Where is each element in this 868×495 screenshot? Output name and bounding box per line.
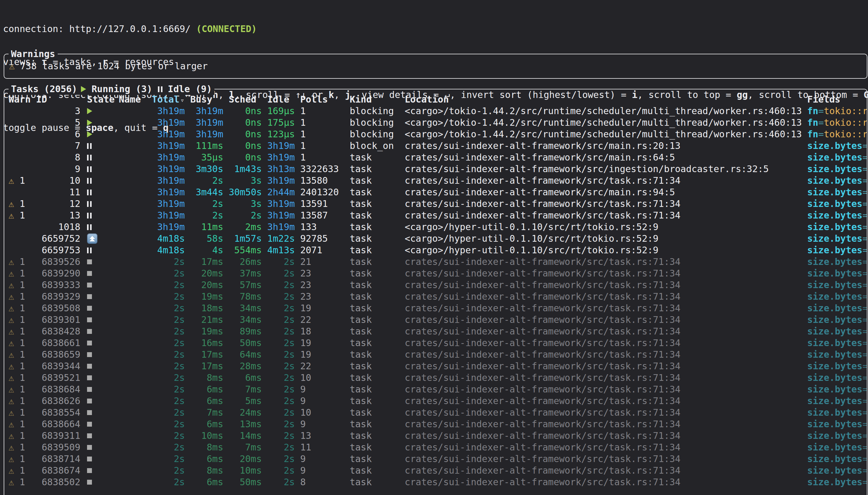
cell-task-id: 6838674 [36,465,80,476]
task-row[interactable]: 66597534m18s4s554ms4m13s2071task<cargo>/… [4,244,867,256]
cell-busy-duration: 17ms [190,256,223,268]
cell-state [86,349,113,360]
task-row[interactable]: ⚠168395092s8ms7ms2s11taskcrates/sui-inde… [4,442,867,453]
task-row[interactable]: ⚠168392902s20ms37ms2s23taskcrates/sui-in… [4,268,867,279]
task-row[interactable]: ⚠168386742s8ms10ms2s9taskcrates/sui-inde… [4,465,867,476]
task-row[interactable]: ⚠168386612s16ms50ms2s19taskcrates/sui-in… [4,337,867,349]
field-key: fn [807,129,818,139]
task-row[interactable]: 33h19m3h19m0ns169µs1blocking<cargo>/toki… [4,105,867,117]
column-header-idle[interactable]: Idle [267,94,295,105]
column-header-total[interactable]: Total▿ [152,94,185,105]
cell-kind: task [350,383,399,395]
column-header-name[interactable]: Name [119,94,146,105]
cell-warn: ⚠1 [9,198,31,210]
task-row[interactable]: ⚠168393292s19ms78ms2s23taskcrates/sui-in… [4,291,867,303]
column-header-loc[interactable]: Location [405,94,802,105]
cell-busy-duration: 7ms [190,407,223,419]
task-row[interactable]: ⚠168395082s18ms34ms2s19taskcrates/sui-in… [4,303,867,314]
task-row[interactable]: ⚠168393112s10ms14ms2s13taskcrates/sui-in… [4,430,867,442]
task-row[interactable]: 10183h19m11ms2ms3h19m133task<cargo>/hype… [4,221,867,233]
cell-warn [9,129,31,140]
cell-location: crates/sui-indexer-alt-framework/src/tas… [405,303,802,314]
cell-warn: ⚠1 [9,256,31,268]
column-header-busy[interactable]: Busy [190,94,223,105]
column-header-sched[interactable]: Sched [229,94,262,105]
column-header-id[interactable]: ID [36,94,80,105]
cell-kind: task [350,163,399,175]
cell-idle-duration: 2s [267,314,295,326]
task-row[interactable]: ⚠168384282s19ms89ms2s18taskcrates/sui-in… [4,326,867,337]
field-equals: = [863,175,867,186]
warn-count: 1 [19,442,25,453]
cell-task-id: 9 [36,163,80,175]
completed-icon [87,422,92,427]
running-icon [87,131,92,137]
cell-name [119,303,146,314]
cell-busy-duration: 2s [190,175,223,186]
warn-count: 1 [19,256,25,268]
cell-idle-duration: 1m22s [267,233,295,244]
column-header-warn[interactable]: Warn [9,94,31,105]
task-row[interactable]: ⚠1103h19m2s3s3h19m13580taskcrates/sui-in… [4,175,867,186]
cell-location: crates/sui-indexer-alt-framework/src/mai… [405,186,802,198]
cell-idle-duration: 2s [267,268,295,279]
cell-polls: 1 [300,140,344,152]
cell-state [86,326,113,337]
task-row[interactable]: ⚠168387142s6ms20ms2s9taskcrates/sui-inde… [4,453,867,465]
column-header-polls[interactable]: Polls [300,94,344,105]
task-row[interactable]: ⚠168395212s8ms6ms2s10taskcrates/sui-inde… [4,372,867,383]
task-row[interactable]: 53h19m3h19m0ns175µs1blocking<cargo>/toki… [4,117,867,129]
cell-kind: task [350,152,399,163]
column-header-kind[interactable]: Kind [350,94,399,105]
cell-state [86,244,113,256]
task-row[interactable]: 93h19m3m30s1m43s3h13m3322633taskcrates/s… [4,163,867,175]
cell-kind: block_on [350,140,399,152]
task-row[interactable]: ⚠1133h19m2s2s3h19m13587taskcrates/sui-in… [4,210,867,221]
task-row[interactable]: 66597524m18s58s1m57s1m22s92785task<cargo… [4,233,867,244]
cell-idle-duration: 3h19m [267,140,295,152]
cell-polls: 9 [300,383,344,395]
cell-warn: ⚠1 [9,395,31,407]
task-row[interactable]: 113h19m3m44s30m50s2h44m2401320taskcrates… [4,186,867,198]
task-row[interactable]: ⚠1123h19m2s3s3h19m13591taskcrates/sui-in… [4,198,867,210]
cell-name [119,256,146,268]
field-equals: = [863,465,867,476]
completed-icon [87,364,92,369]
warning-icon: ⚠ [9,360,15,372]
task-row[interactable]: ⚠168395262s17ms26ms2s21taskcrates/sui-in… [4,256,867,268]
cell-kind: task [350,268,399,279]
column-header-fields[interactable]: Fields [807,94,867,105]
field-equals: = [863,314,867,325]
task-row[interactable]: ⚠168393442s17ms28ms2s22taskcrates/sui-in… [4,360,867,372]
field-key: size.bytes [807,187,863,198]
cell-idle-duration: 2s [267,407,295,419]
task-row[interactable]: 83h19m35µs0ns3h19m1taskcrates/sui-indexe… [4,152,867,163]
task-row[interactable]: ⚠168386262s6ms5ms2s9taskcrates/sui-index… [4,395,867,407]
task-row[interactable]: ⚠168386592s17ms64ms2s19taskcrates/sui-in… [4,349,867,360]
task-row[interactable]: ⚠168386842s6ms7ms2s9taskcrates/sui-index… [4,383,867,395]
task-row[interactable]: 63h19m3h19m0ns123µs1blocking<cargo>/toki… [4,129,867,140]
cell-fields: size.bytes= [807,430,867,442]
cell-fields: size.bytes= [807,419,867,430]
cell-name [119,279,146,291]
task-row[interactable]: ⚠168385542s7ms24ms2s10taskcrates/sui-ind… [4,407,867,419]
warn-count: 1 [19,210,25,221]
column-header-state[interactable]: State [86,94,113,105]
task-row[interactable]: ⚠168393332s20ms57ms2s23taskcrates/sui-in… [4,279,867,291]
warning-icon: ⚠ [9,453,15,465]
completed-icon [87,306,92,311]
cell-busy-duration: 3h19m [190,117,223,129]
cell-name [119,233,146,244]
task-row[interactable]: ⚠168385022s6ms50ms2s8taskcrates/sui-inde… [4,476,867,488]
completed-icon [87,259,92,264]
task-row[interactable]: 73h19m111ms0ns3h19m1block_oncrates/sui-i… [4,140,867,152]
field-key: size.bytes [807,175,863,186]
cell-state [86,279,113,291]
cell-kind: task [350,453,399,465]
cell-sched-duration: 0ns [229,152,262,163]
cell-warn [9,152,31,163]
task-row[interactable]: ⚠168393012s21ms34ms2s22taskcrates/sui-in… [4,314,867,326]
cell-busy-duration: 3h19m [190,129,223,140]
warn-count: 1 [19,175,25,186]
task-row[interactable]: ⚠168386642s6ms13ms2s9taskcrates/sui-inde… [4,419,867,430]
